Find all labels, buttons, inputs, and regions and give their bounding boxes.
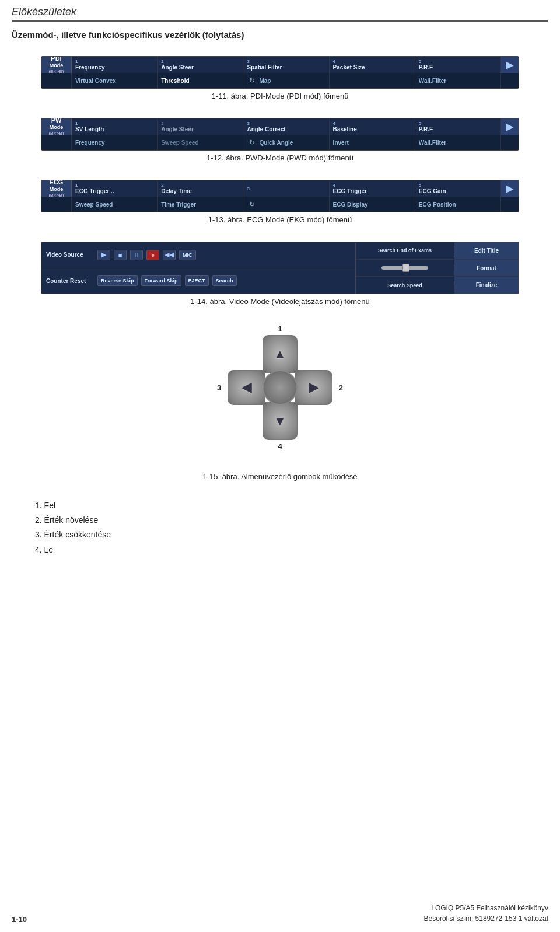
fig13-caption: 1-13. ábra. ECG Mode (EKG mód) főmenü <box>208 215 352 224</box>
record-button[interactable]: ● <box>146 250 159 260</box>
fig15-caption: 1-15. ábra. Almenüvezérlő gombok működés… <box>202 472 357 481</box>
mic-button[interactable]: MIC <box>179 250 196 260</box>
fig14-caption: 1-14. ábra. Video Mode (Videolejátszás m… <box>190 297 369 306</box>
pwd-cell-5-bottom: Wall.Filter <box>415 135 501 150</box>
pwd-cell-3-top: 3 Angle Correct <box>243 118 329 135</box>
dpad-num-1: 1 <box>278 324 282 333</box>
slider-thumb[interactable] <box>402 264 410 272</box>
search-button[interactable]: Search <box>212 275 237 286</box>
pwd-cell-5-top: 5 P.R.F <box>415 118 501 135</box>
video-row-1: Video Source ▶ ■ ⏸ ● ◀◀ MIC <box>41 242 355 268</box>
fig12-caption: 1-12. ábra. PWD-Mode (PWD mód) főmenü <box>206 153 354 162</box>
dpad-left-button[interactable]: ◀ <box>228 370 265 405</box>
pdi-nav-arrow[interactable]: ▶ <box>501 57 519 73</box>
pdi-cell-3-bottom: ↻ Map <box>243 73 329 88</box>
edit-title-button[interactable]: Edit Title <box>454 242 519 259</box>
dpad-right-button[interactable]: ▶ <box>295 370 332 405</box>
ecg-nav-arrow[interactable]: ▶ <box>501 180 519 197</box>
page-title: Előkészületek <box>12 6 76 18</box>
ecg-cell-1-top: 1 ECG Trigger .. <box>72 180 158 197</box>
pwd-cell-1-top: 1 SV Length <box>72 118 158 135</box>
pwd-nav-arrow[interactable]: ▶ <box>501 118 519 135</box>
list-item-3: 3. Érték csökkentése <box>35 528 537 542</box>
pwd-mode-label: PW Mode (B<>B) <box>41 118 72 135</box>
ecg-cell-5-bottom: ECG Position <box>415 197 501 212</box>
ecg-cell-4-bottom: ECG Display <box>330 197 415 212</box>
video-row-2: Counter Reset Reverse Skip Forward Skip … <box>41 268 355 294</box>
ecg-menu-bar: ECG Mode (B<>B) 1 ECG Trigger .. 2 Delay… <box>41 180 519 212</box>
figure-video-mode: Video Source ▶ ■ ⏸ ● ◀◀ MIC Counter Rese… <box>12 242 548 314</box>
ecg-mode-label: ECG Mode (B<>B) <box>41 180 72 197</box>
figure-pwd-mode: PW Mode (B<>B) 1 SV Length 2 Angle Steer… <box>12 118 548 170</box>
directional-pad: 1 2 3 4 ▲ ▼ ◀ ▶ <box>228 335 332 440</box>
dpad-num-2: 2 <box>339 383 343 392</box>
pdi-cell-1-top: 1 Frequency <box>72 57 158 73</box>
section-title: Üzemmód-, illetve funkcióspecifikus vezé… <box>12 30 548 40</box>
search-speed-label: Search Speed <box>356 281 454 289</box>
dpad-up-button[interactable]: ▲ <box>262 335 298 373</box>
pwd-cell-1-bottom: Frequency <box>72 135 158 150</box>
stop-button[interactable]: ■ <box>114 250 127 260</box>
dpad-container: 1 2 3 4 ▲ ▼ ◀ ▶ <box>216 335 344 463</box>
format-button[interactable]: Format <box>454 260 519 277</box>
pwd-cell-4-bottom: Invert <box>330 135 415 150</box>
finalize-button[interactable]: Finalize <box>454 277 519 294</box>
ecg-cell-1-bottom: Sweep Speed <box>72 197 158 212</box>
fig11-caption: 1-11. ábra. PDI-Mode (PDI mód) főmenü <box>212 92 349 100</box>
list-item-4: 4. Le <box>35 543 537 557</box>
video-right-row-2: Format <box>356 260 519 277</box>
figure-pdi-mode: PDI Mode (B<>B) 1 Frequency 2 Angle Stee… <box>12 56 548 109</box>
list-item-2: 2. Érték növelése <box>35 513 537 528</box>
ecg-cell-3-bottom: ↻ <box>243 197 329 212</box>
pdi-cell-4-top: 4 Packet Size <box>330 57 415 73</box>
pdi-cell-5-top: 5 P.R.F <box>415 57 501 73</box>
figure-dpad: 1 2 3 4 ▲ ▼ ◀ ▶ 1-15. <box>12 323 548 489</box>
pdi-cell-5-bottom: Wall.Filter <box>415 73 501 88</box>
play-button[interactable]: ▶ <box>97 250 110 260</box>
dpad-center <box>262 370 298 405</box>
pdi-menu-bar: PDI Mode (B<>B) 1 Frequency 2 Angle Stee… <box>41 56 519 89</box>
video-right-row-1: Search End of Exams Edit Title <box>356 242 519 260</box>
reverse-skip-button[interactable]: Reverse Skip <box>97 275 138 286</box>
pwd-menu-bar: PW Mode (B<>B) 1 SV Length 2 Angle Steer… <box>41 118 519 151</box>
pdi-cell-2-top: 2 Angle Steer <box>158 57 243 73</box>
video-controls-row1: ▶ ■ ⏸ ● ◀◀ MIC <box>94 250 200 260</box>
eject-button[interactable]: EJECT <box>185 275 209 286</box>
video-right-row-3: Search Speed Finalize <box>356 277 519 294</box>
ecg-cell-5-top: 5 ECG Gain <box>415 180 501 197</box>
pdi-cell-1-bottom: Virtual Convex <box>72 73 158 88</box>
video-source-label: Video Source <box>41 250 94 259</box>
ecg-cell-2-top: 2 Delay Time <box>158 180 243 197</box>
figure-ecg-mode: ECG Mode (B<>B) 1 ECG Trigger .. 2 Delay… <box>12 180 548 232</box>
dpad-num-4: 4 <box>278 442 282 451</box>
video-controls-row2: Reverse Skip Forward Skip EJECT Search <box>94 275 240 286</box>
counter-reset-label: Counter Reset <box>41 277 94 285</box>
pwd-cell-2-bottom: Sweep Speed <box>158 135 243 150</box>
ecg-cell-4-top: 4 ECG Trigger <box>330 180 415 197</box>
list-item-1: 1. Fel <box>35 498 537 513</box>
pause-button[interactable]: ⏸ <box>130 250 143 260</box>
forward-skip-button[interactable]: Forward Skip <box>141 275 181 286</box>
dpad-down-button[interactable]: ▼ <box>262 402 298 440</box>
ecg-cell-3-top: 3 <box>243 180 329 197</box>
video-right-panel: Search End of Exams Edit Title Format <box>355 242 519 294</box>
rewind-button[interactable]: ◀◀ <box>163 250 176 260</box>
pwd-cell-4-top: 4 Baseline <box>330 118 415 135</box>
video-menu-bar: Video Source ▶ ■ ⏸ ● ◀◀ MIC Counter Rese… <box>41 242 519 294</box>
ecg-cell-2-bottom: Time Trigger <box>158 197 243 212</box>
pwd-cell-3-bottom: ↻ Quick Angle <box>243 135 329 150</box>
video-left-panel: Video Source ▶ ■ ⏸ ● ◀◀ MIC Counter Rese… <box>41 242 355 294</box>
footer-doc-info: LOGIQ P5/A5 Felhasználói kézikönyv Besor… <box>424 903 548 924</box>
directions-list: 1. Fel 2. Érték növelése 3. Érték csökke… <box>35 498 537 557</box>
page-footer: 1-10 LOGIQ P5/A5 Felhasználói kézikönyv … <box>0 899 560 924</box>
pdi-cell-3-top: 3 Spatial Filter <box>243 57 329 73</box>
search-slider[interactable] <box>356 265 454 271</box>
pdi-cell-4-bottom <box>330 73 415 88</box>
page-header: Előkészületek <box>12 6 548 22</box>
slider-track[interactable] <box>382 266 428 270</box>
pdi-cell-2-bottom: Threshold <box>158 73 243 88</box>
pdi-mode-label: PDI Mode (B<>B) <box>41 57 72 73</box>
dpad-num-3: 3 <box>217 383 221 392</box>
pwd-cell-2-top: 2 Angle Steer <box>158 118 243 135</box>
footer-page-number: 1-10 <box>12 915 27 924</box>
